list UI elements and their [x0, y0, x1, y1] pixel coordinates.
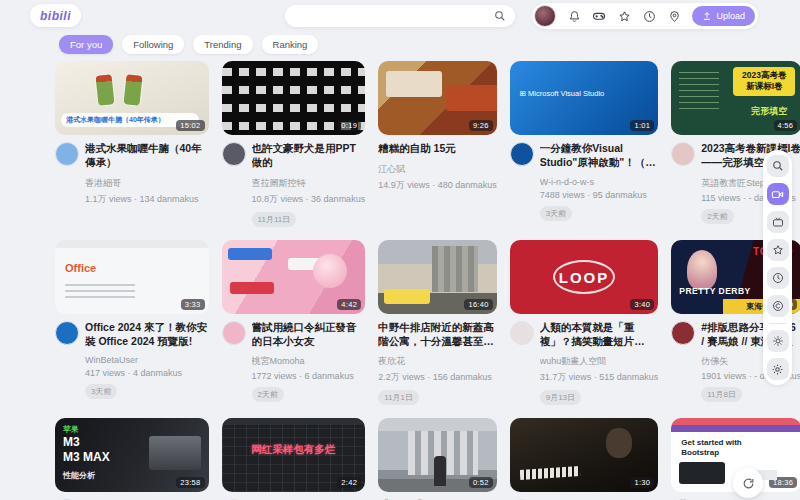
- thumb-overlay-pd: PRETTY DERBY: [679, 286, 751, 296]
- bell-icon[interactable]: [567, 9, 581, 23]
- video-card[interactable]: 0:19也許文豪野犬是用PPT做的查拉圖斯控特10.8万 views · 36 …: [222, 61, 366, 227]
- uploader-name[interactable]: W-i-n-d-o-w-s: [540, 177, 659, 187]
- refresh-icon: [742, 477, 755, 490]
- video-thumbnail[interactable]: 16:40: [378, 240, 497, 314]
- video-card[interactable]: LOOP3:40人類的本質就是「重複」？搞笑動畫短片《LOOP》wuhu動畫人空…: [510, 240, 659, 406]
- thumb-overlay-l2: 新课标I卷: [733, 81, 795, 96]
- upload-label: Upload: [716, 11, 745, 21]
- video-card[interactable]: 0:52【cos向】紀念一下在不列顛出過的三次元上智月球聖誕鹿6.2万 view…: [378, 418, 497, 500]
- theme-icon[interactable]: [767, 295, 789, 317]
- video-card[interactable]: 网红采样包有多烂2:42我製作了史上最爛的工程類蝴包。[FL21]icewate…: [222, 418, 366, 500]
- video-title[interactable]: Office 2024 來了！教你安裝 Office 2024 預覽版!: [85, 321, 209, 349]
- refresh-button[interactable]: [733, 468, 763, 498]
- video-thumbnail[interactable]: 0:19: [222, 61, 366, 135]
- video-card[interactable]: 9:26糟糕的自助 15元江心賦14.9万 views · 480 danmak…: [378, 61, 497, 227]
- video-thumbnail[interactable]: 2023高考卷新课标I卷完形填空4:56: [671, 61, 800, 135]
- video-duration: 1:01: [630, 120, 654, 131]
- video-stats: 7488 views · 95 danmakus: [540, 190, 659, 200]
- video-title[interactable]: 人類的本質就是「重複」？搞笑動畫短片《LOOP》: [540, 321, 659, 349]
- search-bar[interactable]: [285, 5, 515, 27]
- video-card[interactable]: 4:42嘗試用繞口令糾正發音的日本小女友桃宮Momoha1772 views ·…: [222, 240, 366, 406]
- video-thumbnail[interactable]: ⊞ Microsoft Visual Studio1:01: [510, 61, 659, 135]
- video-title[interactable]: 港式水果咖喱牛腩（40年傳承）: [85, 142, 209, 170]
- thumb-overlay-apple: 苹果: [63, 424, 79, 435]
- video-thumbnail[interactable]: 苹果M3M3 MAX性能分析23:58: [55, 418, 209, 492]
- video-title[interactable]: 嘗試用繞口令糾正發音的日本小女友: [252, 321, 366, 349]
- uploader-name[interactable]: wuhu動畫人空間: [540, 355, 659, 368]
- video-thumbnail[interactable]: 网红采样包有多烂2:42: [222, 418, 366, 492]
- video-thumbnail[interactable]: 9:26: [378, 61, 497, 135]
- video-thumbnail[interactable]: 4:42: [222, 240, 366, 314]
- video-stats: 31.7万 views · 515 danmakus: [540, 371, 659, 384]
- user-avatar[interactable]: [534, 5, 556, 27]
- date-badge: 11月1日: [378, 390, 419, 405]
- date-badge: 3天前: [540, 206, 572, 221]
- settings-icon[interactable]: [767, 358, 789, 380]
- uploader-name[interactable]: 夜欣花: [378, 355, 497, 368]
- video-thumbnail[interactable]: LOOP3:40: [510, 240, 659, 314]
- uploader-avatar[interactable]: [55, 142, 79, 166]
- video-card[interactable]: 苹果M3M3 MAX性能分析23:58蘋果M3系列首發評測：Max早該如此极客湾…: [55, 418, 209, 500]
- uploader-avatar[interactable]: [510, 321, 534, 345]
- tab-for-you[interactable]: For you: [59, 35, 113, 54]
- upload-icon: [702, 11, 712, 21]
- star-icon[interactable]: [767, 239, 789, 261]
- video-thumbnail[interactable]: 0:52: [378, 418, 497, 492]
- video-title[interactable]: 也許文豪野犬是用PPT做的: [252, 142, 366, 170]
- history-icon[interactable]: [767, 267, 789, 289]
- uploader-name[interactable]: 桃宮Momoha: [252, 355, 366, 368]
- video-thumbnail[interactable]: 港式水果咖喱牛腩（40年传承）15:02: [55, 61, 209, 135]
- search-icon[interactable]: [767, 155, 789, 177]
- uploader-avatar[interactable]: [510, 142, 534, 166]
- video-thumbnail[interactable]: 1:30: [510, 418, 659, 492]
- video-grid: 港式水果咖喱牛腩（40年传承）15:02港式水果咖喱牛腩（40年傳承）香港細哥1…: [55, 61, 745, 500]
- thumb-overlay-max: M3 MAX: [63, 450, 110, 464]
- video-stats: 1772 views · 6 danmakus: [252, 371, 366, 381]
- star-icon[interactable]: [617, 9, 631, 23]
- video-card[interactable]: ⊞ Microsoft Visual Studio1:01一分鐘教你Visual…: [510, 61, 659, 227]
- tab-following[interactable]: Following: [122, 35, 184, 54]
- video-card[interactable]: 港式水果咖喱牛腩（40年传承）15:02港式水果咖喱牛腩（40年傳承）香港細哥1…: [55, 61, 209, 227]
- header-actions: Upload: [532, 3, 758, 29]
- video-duration: 0:52: [469, 477, 493, 488]
- pin-icon[interactable]: [667, 9, 681, 23]
- uploader-avatar[interactable]: [671, 321, 695, 345]
- search-icon[interactable]: [494, 10, 506, 22]
- video-duration: 0:19: [337, 120, 361, 131]
- uploader-name[interactable]: 香港細哥: [85, 177, 209, 190]
- video-duration: 4:42: [337, 299, 361, 310]
- uploader-name[interactable]: WinBetaUser: [85, 355, 209, 365]
- uploader-avatar[interactable]: [222, 321, 246, 345]
- video-stats: 1.1万 views · 134 danmakus: [85, 193, 209, 206]
- uploader-avatar[interactable]: [55, 321, 79, 345]
- video-card[interactable]: Office3:33Office 2024 來了！教你安裝 Office 202…: [55, 240, 209, 406]
- tv-icon[interactable]: [767, 211, 789, 233]
- gamepad-icon[interactable]: [592, 9, 606, 23]
- date-badge: 11月8日: [701, 387, 742, 402]
- camera-icon[interactable]: [767, 183, 789, 205]
- brightness-icon[interactable]: [767, 330, 789, 352]
- history-icon[interactable]: [642, 9, 656, 23]
- video-duration: 15:02: [176, 120, 204, 131]
- video-title[interactable]: 一分鐘教你Visual Studio"原神啟動"！（適用於Blend）: [540, 142, 659, 170]
- uploader-avatar[interactable]: [671, 142, 695, 166]
- site-logo[interactable]: bibili: [30, 4, 81, 27]
- tab-trending[interactable]: Trending: [193, 35, 252, 54]
- uploader-name[interactable]: 查拉圖斯控特: [252, 177, 366, 190]
- video-title[interactable]: 糟糕的自助 15元: [378, 142, 497, 156]
- header: bibili: [0, 0, 800, 34]
- tab-ranking[interactable]: Ranking: [262, 35, 319, 54]
- date-badge: 3天前: [85, 384, 117, 399]
- video-stats: 14.9万 views · 480 danmakus: [378, 179, 497, 192]
- video-card[interactable]: 1:30Faye's themeVerwer凡賽777 views · - da…: [510, 418, 659, 500]
- video-card[interactable]: 16:40中野牛排店附近的新蓋高階公寓，十分溫馨甚至九分乾淨夜欣花2.2万 vi…: [378, 240, 497, 406]
- video-thumbnail[interactable]: Office3:33: [55, 240, 209, 314]
- upload-button[interactable]: Upload: [692, 6, 755, 26]
- toolbar-divider: [769, 323, 786, 324]
- video-title[interactable]: 中野牛排店附近的新蓋高階公寓，十分溫馨甚至九分乾淨: [378, 321, 497, 349]
- thumb-overlay-h: Get started with: [681, 438, 741, 447]
- uploader-name[interactable]: 江心賦: [378, 163, 497, 176]
- site-logo-text: bibili: [40, 9, 71, 23]
- uploader-avatar[interactable]: [222, 142, 246, 166]
- search-input[interactable]: [285, 5, 494, 27]
